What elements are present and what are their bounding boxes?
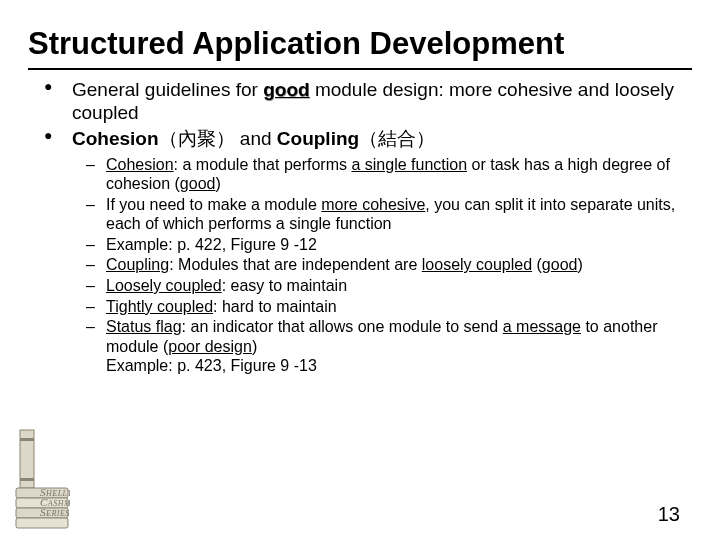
t: ) (252, 338, 257, 355)
u: loosely coupled (422, 256, 532, 273)
sub-2: If you need to make a module more cohesi… (106, 195, 692, 234)
sub-bullet-list: Cohesion: a module that performs a singl… (72, 155, 692, 376)
sub-5: Loosely coupled: easy to maintain (106, 276, 692, 296)
t: : an indicator that allows one module to… (182, 318, 503, 335)
u: Loosely coupled (106, 277, 222, 294)
logo-line3: Series (40, 506, 70, 518)
page-number: 13 (658, 503, 680, 526)
u: Cohesion (106, 156, 174, 173)
u: a message (503, 318, 581, 335)
svg-rect-6 (16, 518, 68, 528)
publisher-logo: Shelly Cashman Series (14, 420, 70, 530)
u: poor design (168, 338, 252, 355)
slide-title: Structured Application Development (28, 26, 692, 62)
bullet-1: General guidelines for good module desig… (72, 78, 692, 126)
t: ( (532, 256, 542, 273)
u: good (542, 256, 578, 273)
t: ) (577, 256, 582, 273)
main-bullet-list: General guidelines for good module desig… (28, 78, 692, 376)
u: Coupling (106, 256, 169, 273)
sub-1: Cohesion: a module that performs a singl… (106, 155, 692, 194)
t: If you need to make a module (106, 196, 321, 213)
t: : hard to maintain (213, 298, 337, 315)
text: （結合） (359, 128, 435, 149)
emph-good: good (263, 79, 309, 100)
u: Status flag (106, 318, 182, 335)
t: : a module that performs (174, 156, 352, 173)
book-stack-icon: Shelly Cashman Series (14, 420, 70, 530)
term-coupling: Coupling (277, 128, 359, 149)
sub-6: Tightly coupled: hard to maintain (106, 297, 692, 317)
text: （內聚） and (159, 128, 277, 149)
u: Tightly coupled (106, 298, 213, 315)
bullet-2: Cohesion（內聚） and Coupling（結合） Cohesion: … (72, 127, 692, 375)
svg-rect-2 (20, 478, 34, 481)
svg-rect-1 (20, 438, 34, 441)
u: more cohesive (321, 196, 425, 213)
slide: Structured Application Development Gener… (0, 0, 720, 540)
u: a single function (351, 156, 467, 173)
term-cohesion: Cohesion (72, 128, 159, 149)
title-rule (28, 68, 692, 70)
sub-3: Example: p. 422, Figure 9 -12 (106, 235, 692, 255)
t: : easy to maintain (222, 277, 347, 294)
sub-7: Status flag: an indicator that allows on… (106, 317, 692, 376)
t: ) (215, 175, 220, 192)
t: Example: p. 423, Figure 9 -13 (106, 357, 317, 374)
u: good (180, 175, 216, 192)
sub-4: Coupling: Modules that are independent a… (106, 255, 692, 275)
text: General guidelines for (72, 79, 263, 100)
t: : Modules that are independent are (169, 256, 422, 273)
